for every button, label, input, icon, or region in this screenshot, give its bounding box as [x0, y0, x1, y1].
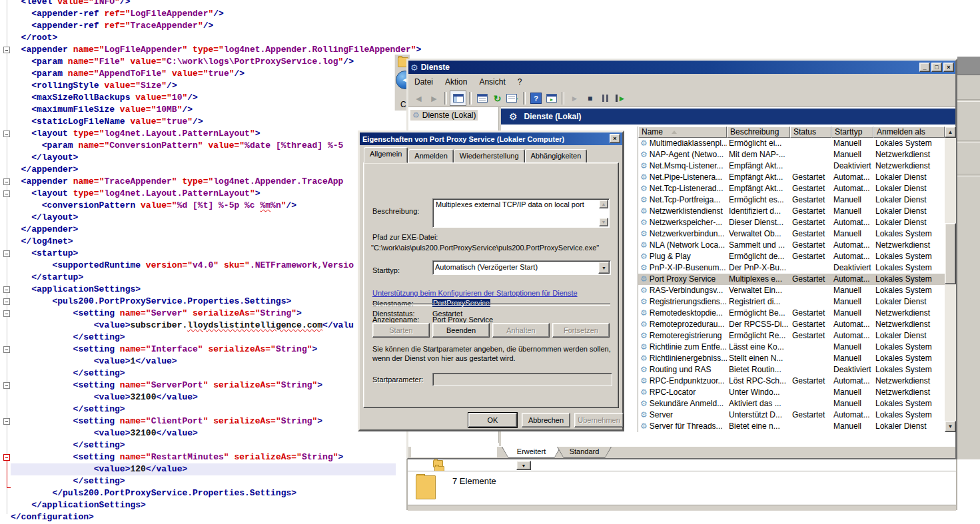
- toolbar-show-tree-icon[interactable]: [450, 91, 466, 106]
- toolbar-pause-service-icon[interactable]: [598, 91, 613, 105]
- fold-toggle-icon[interactable]: [3, 382, 10, 389]
- service-row[interactable]: ⚙Registrierungsdiens...Registriert di...…: [638, 296, 945, 308]
- explorer-right-edge-bar: [957, 57, 980, 75]
- starttyp-combobox[interactable]: Automatisch (Verzögerter Start) ▼: [432, 260, 611, 275]
- service-row[interactable]: ⚙Richtlinie zum Entfe...Lässt eine Ko...…: [638, 342, 945, 353]
- toolbar-back-icon[interactable]: ◄: [411, 91, 426, 105]
- chevron-down-icon[interactable]: ▼: [598, 262, 610, 274]
- starten-button[interactable]: Starten: [372, 323, 430, 338]
- service-gear-icon: ⚙: [640, 240, 648, 251]
- service-row[interactable]: ⚙PnP-X-IP-Busenum...Der PnP-X-Bu...Deakt…: [638, 262, 945, 274]
- service-row[interactable]: ⚙Netzwerkverbindun...Verwaltet Ob...Gest…: [638, 228, 945, 240]
- startoptions-help-link[interactable]: Unterstützung beim Konfigurieren der Sta…: [372, 289, 578, 297]
- toolbar-forward-icon[interactable]: ►: [426, 91, 442, 105]
- service-row[interactable]: ⚙Net.Msmq-Listener...Empfängt Akt...Deak…: [638, 160, 945, 172]
- code-line: <maximumFileSize value="10MB"/>: [11, 104, 193, 116]
- fold-toggle-icon[interactable]: [3, 454, 10, 461]
- code-line: <value>32100</value>: [11, 392, 198, 403]
- service-row[interactable]: ⚙Routing und RASBietet Routin...Deaktivi…: [638, 364, 945, 376]
- scroll-up-icon[interactable]: ▲: [945, 127, 956, 138]
- beenden-button[interactable]: Beenden: [432, 323, 490, 338]
- service-row[interactable]: ⚙Multimediaklassenpl...Ermöglicht ei...M…: [638, 138, 945, 149]
- service-row[interactable]: ⚙RAS-Verbindungsv...Verwaltet Ein...Manu…: [638, 285, 945, 296]
- close-button[interactable]: ×: [943, 63, 954, 72]
- fold-toggle-icon[interactable]: [3, 47, 10, 53]
- bottom-tab-standard[interactable]: Standard: [557, 447, 612, 458]
- service-row[interactable]: ⚙Remoteprozedurau...Der RPCSS-Di...Gesta…: [638, 319, 945, 330]
- service-row[interactable]: ⚙Netzwerkspeicher-...Dieser Dienst...Ges…: [638, 217, 945, 228]
- service-row[interactable]: ⚙RPC-Endpunktzuor...Löst RPC-Sch...Gesta…: [638, 376, 945, 387]
- fold-toggle-icon[interactable]: [3, 418, 10, 425]
- fold-toggle-icon[interactable]: [3, 250, 10, 257]
- dialog-tab-anmelden[interactable]: Anmelden: [408, 149, 454, 163]
- service-row[interactable]: ⚙Net.Tcp-Portfreiga...Ermöglicht es...Ge…: [638, 194, 945, 206]
- toolbar-separator: [562, 92, 564, 105]
- dialog-tab-wiederherstellung[interactable]: Wiederherstellung: [454, 149, 525, 163]
- fold-toggle-icon[interactable]: [3, 178, 10, 185]
- dialog-close-icon[interactable]: ×: [610, 134, 620, 143]
- toolbar-properties-icon[interactable]: [474, 91, 490, 105]
- toolbar-refresh-icon[interactable]: ↻: [490, 91, 505, 105]
- abbrechen-button[interactable]: Abbrechen: [522, 413, 570, 427]
- fold-toggle-icon[interactable]: [3, 298, 10, 305]
- column-header-name[interactable]: Name: [638, 127, 727, 138]
- code-line: </layout>: [11, 212, 78, 224]
- menu-item-?[interactable]: ?: [512, 76, 528, 88]
- service-row[interactable]: ⚙Remotedesktopdie...Ermöglicht Be...Gest…: [638, 308, 945, 319]
- services-scrollbar[interactable]: ▲ ▼: [945, 127, 956, 432]
- service-row[interactable]: ⚙ServerUnterstützt D...GestartetAutomat.…: [638, 409, 945, 421]
- service-row[interactable]: ⚙Plug & PlayErmöglicht de...GestartetAut…: [638, 251, 945, 262]
- service-gear-icon: ⚙: [640, 194, 648, 206]
- beschreibung-field[interactable]: Multiplexes external TCP/IP data on loca…: [432, 198, 610, 228]
- ok-button[interactable]: OK: [468, 413, 517, 427]
- column-header-status[interactable]: Status: [790, 127, 831, 138]
- fold-toggle-icon[interactable]: [3, 190, 10, 197]
- toolbar-help-icon[interactable]: ?: [528, 91, 544, 105]
- toolbar-stop-service-icon[interactable]: ■: [582, 91, 598, 105]
- service-row[interactable]: ⚙Richtlinienergebniss...Stellt einen N..…: [638, 353, 945, 364]
- toolbar-export-list-icon[interactable]: ►: [505, 91, 520, 105]
- menu-item-datei[interactable]: Datei: [408, 76, 439, 88]
- scrollbar-thumb[interactable]: [945, 223, 956, 284]
- menu-item-ansicht[interactable]: Ansicht: [473, 76, 511, 88]
- toolbar-new-window-icon[interactable]: ►: [544, 91, 559, 105]
- fold-toggle-icon[interactable]: [3, 286, 10, 293]
- service-row[interactable]: ⚙NetzwerklistendienstIdentifiziert d...G…: [638, 206, 945, 217]
- anhalten-button[interactable]: Anhalten: [492, 323, 550, 338]
- service-row[interactable]: ⚙RPC-LocatorUnter Windo...ManuellNetzwer…: [638, 387, 945, 398]
- startparameter-input[interactable]: [432, 373, 612, 386]
- column-header-beschreibung[interactable]: Beschreibung: [727, 127, 790, 138]
- dialog-tab-abhängigkeiten[interactable]: Abhängigkeiten: [525, 149, 588, 163]
- fold-toggle-icon[interactable]: [3, 131, 10, 137]
- toolbar-restart-service-icon[interactable]: ►: [613, 91, 628, 105]
- service-gear-icon: ⚙: [640, 285, 648, 296]
- toolbar-start-service-icon[interactable]: ►: [567, 91, 582, 105]
- maximize-button[interactable]: □: [931, 63, 942, 72]
- column-header-anmelden-als[interactable]: Anmelden als: [873, 127, 945, 138]
- service-row[interactable]: ⚙Sekundäre Anmeld...Aktiviert das ...Man…: [638, 398, 945, 409]
- service-row[interactable]: ⚙Server für Threads...Bietet eine n...Ma…: [638, 421, 945, 432]
- code-line: <value>32100</value>: [11, 427, 198, 439]
- service-row[interactable]: ⚙NAP-Agent (Netwo...Mit dem NAP-...Manue…: [638, 149, 945, 160]
- service-row[interactable]: ⚙NLA (Network Loca...Sammelt und ...Gest…: [638, 240, 945, 251]
- fold-toggle-icon[interactable]: [3, 346, 10, 353]
- code-line: </appender>: [11, 224, 78, 236]
- column-header-starttyp[interactable]: Starttyp: [831, 127, 873, 138]
- minimize-button[interactable]: _: [919, 63, 930, 72]
- dialog-tab-allgemein[interactable]: Allgemein: [364, 147, 408, 163]
- tree-item-dienste-lokal[interactable]: ⚙ Dienste (Lokal): [410, 110, 478, 121]
- service-row[interactable]: ⚙RemoteregistrierungErmöglicht Re...Gest…: [638, 330, 945, 342]
- menu-item-aktion[interactable]: Aktion: [439, 76, 473, 88]
- bottom-tab-erweitert[interactable]: Erweitert: [502, 447, 561, 458]
- service-row[interactable]: ⚙Port Proxy ServiceMultiplexes e...Gesta…: [638, 274, 945, 285]
- scroll-down-icon[interactable]: ▼: [599, 218, 608, 226]
- explorer-dropdown-button[interactable]: ▼: [516, 461, 531, 470]
- fold-toggle-icon[interactable]: [3, 310, 10, 317]
- scroll-up-icon[interactable]: ▲: [599, 200, 608, 208]
- fortsetzen-button[interactable]: Fortsetzen: [552, 323, 610, 338]
- übernehmen-button[interactable]: Übernehmen: [574, 413, 624, 427]
- service-row[interactable]: ⚙Net.Tcp-Listenerad...Empfängt Akt...Ges…: [638, 183, 945, 194]
- service-row[interactable]: ⚙Net.Pipe-Listenera...Empfängt Akt...Ges…: [638, 172, 945, 183]
- scroll-down-icon[interactable]: ▼: [945, 421, 956, 432]
- pfad-label: Pfad zur EXE-Datei:: [372, 233, 438, 241]
